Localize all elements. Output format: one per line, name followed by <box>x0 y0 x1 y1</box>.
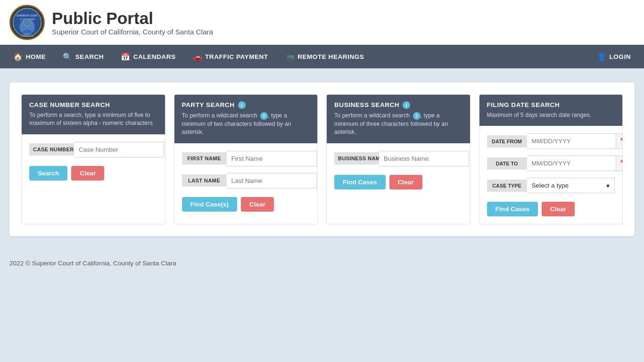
case-number-body: CASE NUMBER Search Clear <box>22 134 165 188</box>
case-type-row: CASE TYPE Select a type ▾ <box>487 178 615 193</box>
business-wildcard-icon: i <box>413 112 421 120</box>
car-icon: 🚗 <box>193 52 203 61</box>
svg-text:SUPERIOR COURT: SUPERIOR COURT <box>17 14 38 17</box>
filing-body: DATE FROM 📅 DATE TO 📅 CASE TYPE <box>479 126 623 224</box>
nav-login[interactable]: 👤 LOGIN <box>588 45 639 68</box>
party-wildcard-icon: i <box>260 112 268 120</box>
date-from-row: DATE FROM 📅 <box>487 133 615 149</box>
date-from-label: DATE FROM <box>487 135 527 148</box>
business-name-input[interactable] <box>379 151 469 166</box>
case-number-field-row: CASE NUMBER <box>29 142 157 157</box>
user-icon: 👤 <box>597 52 607 61</box>
business-find-button[interactable]: Find Cases <box>334 175 386 189</box>
date-from-input[interactable] <box>527 133 616 149</box>
nav-search[interactable]: 🔍 SEARCH <box>54 45 112 68</box>
party-btn-row: Find Case(s) Clear <box>182 197 310 212</box>
case-type-label: CASE TYPE <box>487 180 527 192</box>
date-to-row: DATE TO 📅 <box>487 156 615 171</box>
site-header: SUPERIOR COURT OF CALIFORNIA SANTA CLARA… <box>0 0 644 45</box>
party-desc: To perform a wildcard search i, type a m… <box>182 112 310 136</box>
date-to-calendar-button[interactable]: 📅 <box>616 156 623 171</box>
case-number-label: CASE NUMBER <box>29 143 74 156</box>
business-body: BUSINESS NAME Find Cases Clear <box>327 143 470 197</box>
svg-text:SANTA CLARA: SANTA CLARA <box>21 35 34 37</box>
last-name-input[interactable] <box>227 173 317 189</box>
site-subtitle: Superior Court of California, County of … <box>52 28 213 36</box>
last-name-label: LAST NAME <box>182 174 227 187</box>
filing-date-search-panel: FILING DATE SEARCH Maximum of 5 days sea… <box>479 94 623 224</box>
case-number-btn-row: Search Clear <box>29 166 157 181</box>
party-search-panel: PARTY SEARCH i To perform a wildcard sea… <box>174 94 318 224</box>
chevron-down-icon: ▾ <box>606 182 610 189</box>
header-title-group: Public Portal Superior Court of Californ… <box>52 9 213 36</box>
calendar-from-icon: 📅 <box>620 138 623 145</box>
footer-text: 2022 © Superior Court of California, Cou… <box>9 260 176 267</box>
case-type-dropdown[interactable]: Select a type ▾ <box>527 178 615 193</box>
nav-home[interactable]: 🏠 HOME <box>5 45 54 68</box>
calendar-icon: 📅 <box>121 52 131 61</box>
main-content: CASE NUMBER SEARCH To perform a search, … <box>0 68 644 250</box>
last-name-field-row: LAST NAME <box>182 173 310 189</box>
filing-title: FILING DATE SEARCH <box>487 101 615 108</box>
case-number-input[interactable] <box>74 142 164 157</box>
site-title: Public Portal <box>52 9 213 28</box>
date-from-calendar-button[interactable]: 📅 <box>616 133 623 149</box>
party-title: PARTY SEARCH i <box>182 101 310 109</box>
party-header: PARTY SEARCH i To perform a wildcard sea… <box>174 95 318 143</box>
case-number-desc: To perform a search, type a minimum of f… <box>29 111 157 128</box>
site-footer: 2022 © Superior Court of California, Cou… <box>0 250 644 276</box>
business-info-icon: i <box>403 101 410 109</box>
filing-clear-button[interactable]: Clear <box>542 202 575 216</box>
search-panels: CASE NUMBER SEARCH To perform a search, … <box>9 82 635 236</box>
calendar-to-icon: 📅 <box>620 160 623 167</box>
filing-desc: Maximum of 5 days search date ranges. <box>487 111 615 119</box>
filing-find-button[interactable]: Find Cases <box>487 202 538 216</box>
date-to-label: DATE TO <box>487 157 527 170</box>
first-name-field-row: FIRST NAME <box>182 151 310 166</box>
case-number-search-button[interactable]: Search <box>29 166 67 181</box>
business-title: BUSINESS SEARCH i <box>334 101 462 109</box>
first-name-label: FIRST NAME <box>182 152 227 165</box>
first-name-input[interactable] <box>227 151 317 166</box>
search-icon: 🔍 <box>63 52 73 61</box>
case-number-clear-button[interactable]: Clear <box>71 166 104 181</box>
party-body: FIRST NAME LAST NAME Find Case(s) Clear <box>174 143 318 219</box>
filing-btn-row: Find Cases Clear <box>487 202 615 216</box>
business-search-panel: BUSINESS SEARCH i To perform a wildcard … <box>326 94 471 224</box>
nav-remote[interactable]: 📹 REMOTE HEARINGS <box>277 45 373 68</box>
party-clear-button[interactable]: Clear <box>241 197 274 212</box>
main-nav: 🏠 HOME 🔍 SEARCH 📅 CALENDARS 🚗 TRAFFIC PA… <box>0 45 644 68</box>
party-info-icon: i <box>238 101 246 109</box>
case-number-title: CASE NUMBER SEARCH <box>29 101 157 108</box>
case-number-header: CASE NUMBER SEARCH To perform a search, … <box>22 95 165 134</box>
case-number-search-panel: CASE NUMBER SEARCH To perform a search, … <box>21 94 165 224</box>
nav-traffic[interactable]: 🚗 TRAFFIC PAYMENT <box>184 45 277 68</box>
court-logo: SUPERIOR COURT OF CALIFORNIA SANTA CLARA <box>9 5 45 40</box>
party-find-button[interactable]: Find Case(s) <box>182 197 238 212</box>
business-name-label: BUSINESS NAME <box>334 152 379 165</box>
business-clear-button[interactable]: Clear <box>389 175 422 189</box>
business-desc: To perform a wildcard search i, type a m… <box>334 112 462 136</box>
business-name-field-row: BUSINESS NAME <box>334 151 462 166</box>
business-btn-row: Find Cases Clear <box>334 175 462 189</box>
business-header: BUSINESS SEARCH i To perform a wildcard … <box>327 95 470 143</box>
nav-calendars[interactable]: 📅 CALENDARS <box>112 45 184 68</box>
filing-header: FILING DATE SEARCH Maximum of 5 days sea… <box>479 95 623 126</box>
home-icon: 🏠 <box>13 52 23 61</box>
video-icon: 📹 <box>285 52 295 61</box>
case-type-value: Select a type <box>532 182 569 189</box>
date-to-input[interactable] <box>527 156 616 171</box>
